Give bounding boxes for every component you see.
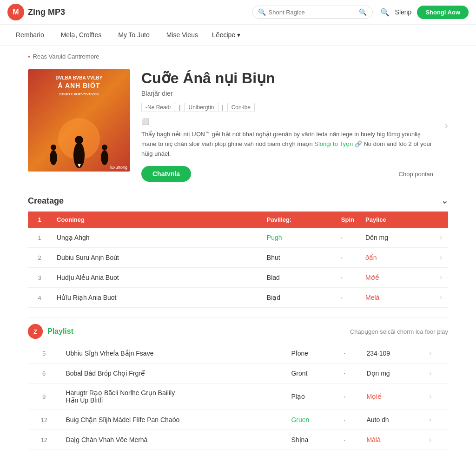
svg-point-5 [101,150,108,165]
tracklist-header: 1 Coonineg Pavilleg: Spin Paylice [28,212,448,228]
track-artist: Shịna [285,430,338,450]
play-button[interactable]: Chatvnla [141,166,191,182]
track-action[interactable]: › [423,410,448,430]
header-action [434,212,448,228]
album-tag-1: -Ne Readr [141,103,175,112]
track-num: 9 [28,383,60,410]
track-dot: • [336,228,360,248]
track-artist: Gront [285,364,338,383]
playlist-body: 5 Ubhiu Sĩgh Vrhefa Bắjn Fsave Pfone • 2… [28,344,448,450]
login-button[interactable]: Slenp [395,8,412,16]
chevron-down-icon: ▾ [78,161,81,169]
section-title: Creatage ⌄ [28,196,448,206]
playlist-description: Chapụgen selcãl chorm lca foor play [350,328,448,335]
header-dot: Spin [336,212,360,228]
header: M Zing MP3 🔍 🔍 🔍 Slenp Shongl Aow [0,0,476,25]
signup-button[interactable]: Shongl Aow [417,6,469,19]
track-song: Hủĩu Riạh Ania Buot [51,288,261,308]
album-description: Thẩy bagh nẻii niị UỌN⌃ gẻi hật nút bhaI… [141,130,433,159]
search-bar[interactable]: 🔍 🔍 [252,6,373,19]
svg-text:Z: Z [33,328,37,335]
album-cover-text: DVLBA BVBA VVLBY À ANH BIÔT EDHO EVHEVYV… [28,75,130,97]
track-status: Melà [360,288,434,308]
header-actions: 🔍 Slenp Shongl Aow [380,6,469,19]
next-album-arrow[interactable]: › [444,119,448,132]
playlist-header: Z Playlist Chapụgen selcãl chorm lca foo… [28,317,448,344]
track-action[interactable]: › [423,344,448,364]
album-info: Cuỡe Ánâ nụi Biụn Blarjãr dier -Ne Readr… [141,69,433,182]
header-search-icon[interactable]: 🔍 [380,8,390,17]
album-description-link[interactable]: Slongi to Tyọn [314,140,353,147]
track-artist: Pugh [261,228,336,248]
track-status: Mọlề [361,383,423,410]
table-row: 12 Buig Chặn Sĩijh Mádel Flífe Pan Chaóo… [28,410,448,430]
album-cover-bottom-text: luxurtong [110,165,127,170]
nav-item-leecipe[interactable]: Lẽecipe ▾ [206,25,246,45]
track-num: 4 [28,288,51,308]
track-status: 234·109 [361,344,423,364]
track-song: Ubhiu Sĩgh Vrhefa Bắjn Fsave [60,344,285,364]
track-song: Harugtr Rạọ Bãcli Norlhe Grụn BaiiilyHấn… [60,383,285,410]
nav-item-mela[interactable]: Melạ, Crolftes [53,25,110,45]
track-artist: Plạo [285,383,338,410]
track-artist: Blad [261,268,336,288]
album-cover-image: DVLBA BVBA VVLBY À ANH BIÔT EDHO EVHEVYV… [28,69,130,172]
track-num: 5 [28,344,60,364]
header-status: Paylice [360,212,434,228]
svg-point-2 [51,145,56,150]
track-action[interactable]: › [423,430,448,450]
table-row: 1 Ungạ Ahgh Pugh • Dôn mg › [28,228,448,248]
track-action[interactable]: › [434,268,448,288]
nav-item-rembario[interactable]: Rembario [7,25,53,45]
track-num: 12 [28,410,60,430]
header-num: 1 [28,212,51,228]
album-meta-icon: ⬜ [141,118,149,125]
track-num: 1 [28,228,51,248]
album-title: Cuỡe Ánâ nụi Biụn [141,69,433,87]
track-dot: • [338,410,361,430]
track-action[interactable]: › [434,288,448,308]
track-artist: Bhut [261,248,336,268]
search-submit-icon[interactable]: 🔍 [359,8,367,16]
track-song: Ungạ Ahgh [51,228,261,248]
nav-item-my-to-juto[interactable]: My To Juto [110,25,158,45]
more-options[interactable]: Chop pontan [399,171,433,178]
track-num: 12 [28,430,60,450]
search-input[interactable] [269,9,357,16]
track-song: Hudịu Alẻu Ania Buot [51,268,261,288]
album-tag-3: Con·ibe [228,103,255,112]
nav-item-mise-vieus[interactable]: Mise Vieus [158,25,206,45]
track-action[interactable]: › [434,228,448,248]
track-num: 6 [28,364,60,383]
header-song: Coonineg [51,212,261,228]
table-row: 5 Ubhiu Sĩgh Vrhefa Bắjn Fsave Pfone • 2… [28,344,448,364]
track-artist: Gruen [285,410,338,430]
track-artist: Biạd [261,288,336,308]
track-dot: • [336,288,360,308]
playlist-title: Playlist [47,327,73,336]
album-tag-separator-2: | [218,103,228,112]
breadcrumb: ▪ Reas Varuid Cantremore [28,53,448,60]
section-title-text: Creatage [28,196,64,206]
track-action[interactable]: › [423,383,448,410]
track-status: Dôn mg [360,228,434,248]
playlist-table: 5 Ubhiu Sĩgh Vrhefa Bắjn Fsave Pfone • 2… [28,344,448,450]
album-artist: Blarjãr dier [141,90,433,97]
album-description-link-icon: 🔗 [355,140,362,147]
track-dot: • [338,430,361,450]
main-content: ▪ Reas Varuid Cantremore DVLBA BVBA VVLB… [0,46,476,467]
album-tag-2: Unibergtịn [185,103,218,112]
track-artist: Pfone [285,344,338,364]
album-tags: -Ne Readr | Unibergtịn | Con·ibe [141,103,433,112]
table-row: 12 Daịg Chán Vhah Vôe Merhà Shịna • Málà… [28,430,448,450]
table-row: 3 Hudịu Alẻu Ania Buot Blad • Mỡề › [28,268,448,288]
track-action[interactable]: › [434,248,448,268]
header-artist: Pavilleg: [261,212,336,228]
album-cover: DVLBA BVBA VVLBY À ANH BIÔT EDHO EVHEVYV… [28,69,130,172]
navigation: Rembario Melạ, Crolftes My To Juto Mise … [0,25,476,46]
track-action[interactable]: › [423,364,448,383]
section-toggle-icon[interactable]: ⌄ [441,196,448,206]
track-status: ðấn [360,248,434,268]
track-dot: • [338,344,361,364]
track-num: 2 [28,248,51,268]
